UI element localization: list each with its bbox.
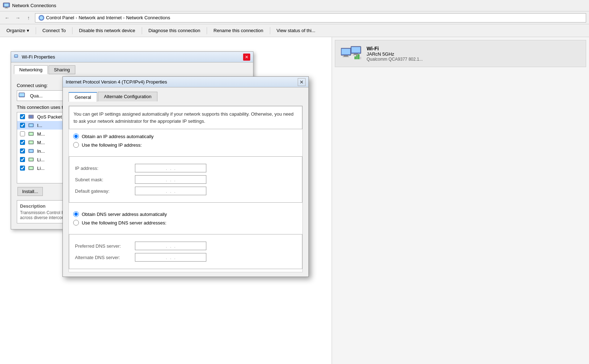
up-button[interactable]: ↑ <box>24 14 33 22</box>
ip-address-label: IP address: <box>75 166 132 171</box>
info-text: You can get IP settings assigned automat… <box>74 111 293 124</box>
wifi-card[interactable]: Wi-Fi JARcN 5GHz Qualcomm QCA9377 802.1.… <box>335 40 586 67</box>
organize-dropdown-icon: ▾ <box>27 28 29 33</box>
use-following-dns-option[interactable]: Use the following DNS server addresses: <box>73 220 298 226</box>
wifi-dialog-title-bar: Wi-Fi Properties ✕ <box>11 52 253 62</box>
svg-rect-17 <box>29 141 33 143</box>
tcpip-body: General Alternate Configuration You can … <box>63 87 308 277</box>
wifi-dialog-close-button[interactable]: ✕ <box>243 54 250 61</box>
component-icon-lltd-io <box>28 165 34 171</box>
component-checkbox-ipv4[interactable] <box>20 123 25 128</box>
wifi-network-icon <box>341 45 362 62</box>
tab-networking[interactable]: Networking <box>14 65 48 74</box>
svg-rect-32 <box>354 56 356 59</box>
subnet-mask-label: Subnet mask: <box>75 177 132 182</box>
diagnose-button[interactable]: Diagnose this connection <box>145 26 204 36</box>
component-label-ipv6: In... <box>37 148 45 154</box>
rename-button[interactable]: Rename this connection <box>210 26 267 36</box>
toolbar-divider-4 <box>207 27 207 34</box>
ip-address-input[interactable]: . . . <box>135 164 206 172</box>
svg-rect-26 <box>344 55 348 56</box>
wifi-ssid: JARcN 5GHz <box>367 51 580 57</box>
svg-rect-19 <box>29 150 33 152</box>
component-checkbox-lltd-resp[interactable] <box>20 157 25 162</box>
tcpip-close-button[interactable]: ✕ <box>298 78 306 86</box>
obtain-dns-label: Obtain DNS server address automatically <box>82 212 167 217</box>
title-bar: Network Connections <box>0 0 589 11</box>
svg-point-11 <box>30 116 32 118</box>
tcpip-dialog: Internet Protocol Version 4 (TCP/IPv4) P… <box>62 76 309 277</box>
subnet-mask-input[interactable]: . . . <box>135 175 206 184</box>
path-segment-1[interactable]: Control Panel <box>46 15 74 20</box>
svg-rect-33 <box>356 55 358 59</box>
toolbar-divider-2 <box>72 27 72 34</box>
dns-fields-section: Preferred DNS server: . . . Alternate DN… <box>69 234 302 269</box>
component-label-lltd-io: Li... <box>37 166 45 171</box>
tcpip-tab-alternate[interactable]: Alternate Configuration <box>98 92 157 101</box>
path-segment-3[interactable]: Network Connections <box>126 15 170 20</box>
svg-rect-1 <box>4 4 9 6</box>
wifi-adapter: Qualcomm QCA9377 802.1... <box>367 57 580 62</box>
obtain-dns-radio[interactable] <box>73 211 79 217</box>
ip-address-row: IP address: . . . <box>75 164 296 172</box>
address-path: Control Panel › Network and Internet › N… <box>35 13 586 22</box>
svg-rect-23 <box>29 167 33 169</box>
svg-rect-27 <box>343 56 349 57</box>
component-checkbox-multiplexor[interactable] <box>20 131 25 136</box>
component-checkbox-lldp[interactable] <box>20 140 25 145</box>
component-label-ipv4: I... <box>37 123 42 128</box>
svg-rect-7 <box>15 55 17 57</box>
view-status-label: View status of thi... <box>277 28 316 33</box>
component-icon-lldp <box>28 139 34 146</box>
install-button[interactable]: Install... <box>17 187 43 196</box>
tcpip-tab-general[interactable]: General <box>69 92 97 102</box>
disable-button[interactable]: Disable this network device <box>75 26 139 36</box>
use-following-ip-label: Use the following IP address: <box>82 142 142 148</box>
use-following-ip-radio[interactable] <box>73 142 79 148</box>
alternate-dns-input[interactable]: . . . <box>135 253 206 262</box>
svg-rect-21 <box>29 158 33 161</box>
diagnose-label: Diagnose this connection <box>148 28 200 33</box>
path-segment-2[interactable]: Network and Internet <box>79 15 122 20</box>
adapter-icon <box>19 92 27 99</box>
use-following-dns-radio[interactable] <box>73 220 79 226</box>
wifi-dialog-title-text: Wi-Fi Properties <box>22 54 55 60</box>
component-checkbox-lltd-io[interactable] <box>20 166 25 171</box>
window-title: Network Connections <box>12 3 56 8</box>
default-gateway-input[interactable]: . . . <box>135 187 206 195</box>
back-button[interactable]: ← <box>3 14 11 22</box>
preferred-dns-label: Preferred DNS server: <box>75 243 132 249</box>
ip-settings-section: Obtain an IP address automatically Use t… <box>69 133 302 153</box>
preferred-dns-row: Preferred DNS server: . . . <box>75 242 296 250</box>
component-icon-lltd-resp <box>28 156 34 163</box>
svg-rect-15 <box>29 133 33 135</box>
subnet-mask-row: Subnet mask: . . . <box>75 175 296 184</box>
organize-button[interactable]: Organize ▾ <box>3 26 33 36</box>
connect-to-button[interactable]: Connect To <box>39 26 70 36</box>
wifi-dialog-tabs: Networking Sharing <box>14 65 250 74</box>
default-gateway-row: Default gateway: . . . <box>75 187 296 195</box>
obtain-dns-option[interactable]: Obtain DNS server address automatically <box>73 211 298 217</box>
obtain-ip-option[interactable]: Obtain an IP address automatically <box>73 133 298 139</box>
app-icon <box>3 2 10 9</box>
use-following-ip-option[interactable]: Use the following IP address: <box>73 142 298 148</box>
view-status-button[interactable]: View status of thi... <box>273 26 319 36</box>
preferred-dns-input[interactable]: . . . <box>135 242 206 250</box>
svg-rect-2 <box>5 7 7 8</box>
component-checkbox-ipv6[interactable] <box>20 148 25 153</box>
component-label-lltd-resp: Li... <box>37 157 45 162</box>
toolbar-divider-1 <box>36 27 36 34</box>
toolbar-divider-5 <box>270 27 270 34</box>
obtain-ip-label: Obtain an IP address automatically <box>82 134 153 139</box>
obtain-ip-radio[interactable] <box>73 133 79 139</box>
tab-sharing[interactable]: Sharing <box>49 65 75 74</box>
wifi-dialog-icon <box>14 54 20 60</box>
network-panel: Wi-Fi Properties ✕ Networking Sharing Co… <box>0 37 332 364</box>
svg-rect-3 <box>5 8 8 9</box>
component-checkbox-qos[interactable] <box>20 114 25 119</box>
component-icon-multiplexor <box>28 131 34 137</box>
svg-rect-13 <box>29 124 33 126</box>
component-label-multiplexor: M... <box>37 131 45 137</box>
address-bar: ← → ↑ Control Panel › Network and Intern… <box>0 11 589 24</box>
forward-button[interactable]: → <box>14 14 22 22</box>
